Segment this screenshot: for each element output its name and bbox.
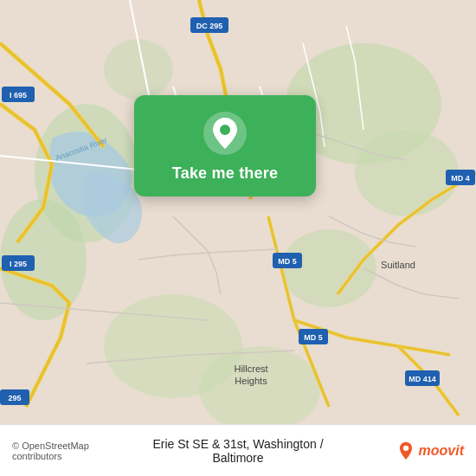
take-me-there-card[interactable]: Take me there: [134, 95, 316, 196]
svg-text:I 695: I 695: [10, 91, 27, 100]
moovit-brand-text: moovit: [419, 443, 464, 459]
location-pin-icon: [203, 111, 248, 156]
map-container: I 695 I 295 295 DC 295 MD 4 MD 5 MD 5 MD…: [0, 0, 476, 424]
svg-text:DC 295: DC 295: [196, 22, 223, 30]
svg-text:295: 295: [8, 394, 21, 402]
svg-text:MD 5: MD 5: [304, 333, 323, 342]
moovit-pin-icon: [396, 441, 415, 460]
svg-point-2: [355, 130, 459, 216]
svg-text:Hillcrest: Hillcrest: [234, 363, 267, 374]
moovit-logo: moovit: [355, 441, 465, 460]
take-me-there-label: Take me there: [172, 164, 278, 183]
svg-point-31: [402, 445, 408, 450]
svg-text:MD 5: MD 5: [278, 257, 297, 266]
copyright-text: © OpenStreetMap contributors: [12, 441, 122, 461]
svg-point-8: [104, 39, 173, 100]
location-name: Erie St SE & 31st, Washington / Baltimor…: [129, 437, 348, 465]
svg-text:Heights: Heights: [235, 376, 267, 386]
svg-point-30: [220, 125, 230, 135]
svg-text:MD 4: MD 4: [451, 174, 470, 183]
map-svg: I 695 I 295 295 DC 295 MD 4 MD 5 MD 5 MD…: [0, 0, 476, 424]
bottom-bar: © OpenStreetMap contributors Erie St SE …: [0, 424, 476, 476]
svg-text:MD 414: MD 414: [408, 375, 436, 383]
svg-text:I 295: I 295: [10, 260, 27, 268]
svg-text:Suitland: Suitland: [381, 260, 415, 270]
